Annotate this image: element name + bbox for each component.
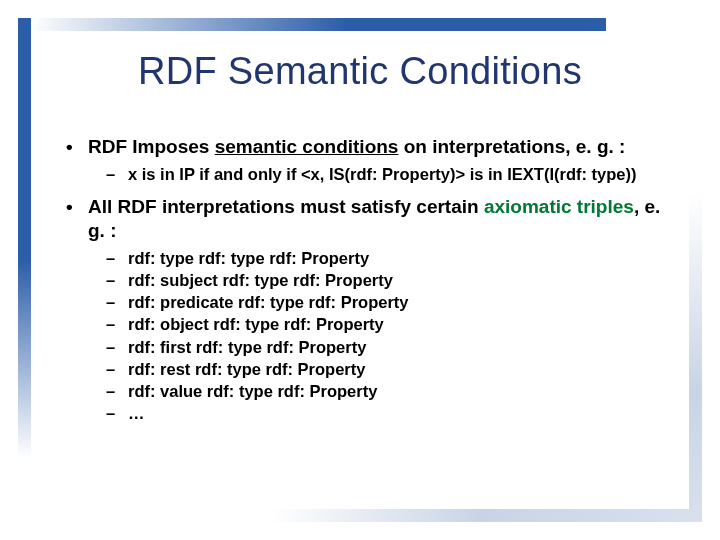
decor-bar-right: [689, 192, 702, 522]
slide-title: RDF Semantic Conditions: [0, 50, 720, 93]
bullet-1-pre: RDF Imposes: [88, 136, 215, 157]
bullet-2: All RDF interpretations must satisfy cer…: [60, 195, 680, 425]
axiom-item: rdf: first rdf: type rdf: Property: [88, 336, 680, 358]
axiom-item: rdf: subject rdf: type rdf: Property: [88, 269, 680, 291]
bullet-1: RDF Imposes semantic conditions on inter…: [60, 135, 680, 185]
axiom-item: rdf: value rdf: type rdf: Property: [88, 380, 680, 402]
bullet-1-underline: semantic conditions: [215, 136, 399, 157]
axiom-item: rdf: object rdf: type rdf: Property: [88, 313, 680, 335]
decor-bar-bottom: [270, 509, 690, 522]
bullet-2-pre: All RDF interpretations must satisfy cer…: [88, 196, 484, 217]
axiom-item: …: [88, 402, 680, 424]
bullet-1-post: on interpretations, e. g. :: [398, 136, 625, 157]
slide: RDF Semantic Conditions RDF Imposes sema…: [0, 0, 720, 540]
decor-bar-top: [30, 18, 606, 31]
axiom-item: rdf: type rdf: type rdf: Property: [88, 247, 680, 269]
slide-content: RDF Imposes semantic conditions on inter…: [60, 135, 680, 435]
bullet-2-green: axiomatic triples: [484, 196, 634, 217]
axiom-item: rdf: predicate rdf: type rdf: Property: [88, 291, 680, 313]
axiom-list: rdf: type rdf: type rdf: Property rdf: s…: [88, 247, 680, 425]
axiom-item: rdf: rest rdf: type rdf: Property: [88, 358, 680, 380]
bullet-1-sublist: x is in IP if and only if <x, IS(rdf: Pr…: [88, 163, 680, 185]
bullet-list: RDF Imposes semantic conditions on inter…: [60, 135, 680, 425]
bullet-1-sub: x is in IP if and only if <x, IS(rdf: Pr…: [88, 163, 680, 185]
